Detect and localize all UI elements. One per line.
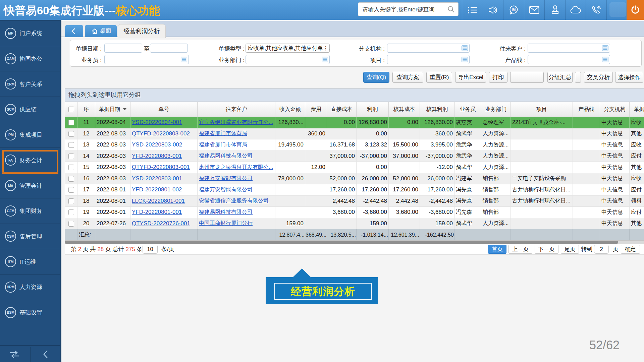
svg-text:IM: IM <box>512 8 516 12</box>
